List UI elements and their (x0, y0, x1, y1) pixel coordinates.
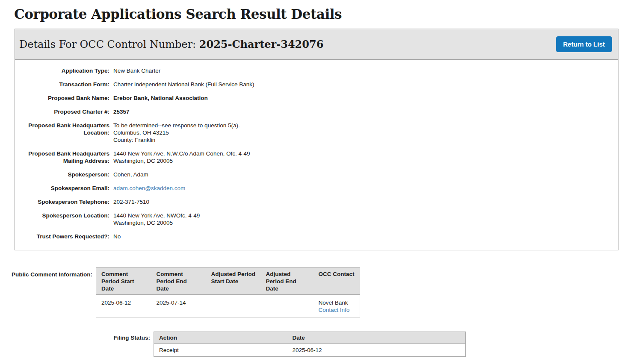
column-header: Comment Period Start Date (96, 268, 151, 295)
occ-contact-cell: Novel Bank Contact Info (314, 295, 360, 317)
filing-status-table: Action Date Receipt 2025-06-12 (154, 332, 466, 357)
return-to-list-button[interactable]: Return to List (556, 36, 612, 52)
table-header-row: Action Date (154, 332, 466, 344)
field-value: Cohen, Adam (113, 171, 148, 178)
field-value-line: Washington, DC 20005 (113, 219, 200, 226)
field-spokesperson-email: Spokesperson Email: adam.cohen@skadden.c… (15, 185, 618, 192)
field-value: No (113, 233, 121, 240)
field-value: 25357 (113, 108, 130, 115)
details-panel-body: Application Type: New Bank Charter Trans… (15, 60, 618, 250)
field-application-type: Application Type: New Bank Charter (15, 67, 618, 74)
filing-status-section: Filing Status: Action Date Receipt 2025-… (0, 332, 633, 357)
field-spokesperson-telephone: Spokesperson Telephone: 202-371-7510 (15, 198, 618, 205)
field-label: Proposed Charter #: (15, 108, 109, 115)
public-comment-label: Public Comment Information: (0, 267, 96, 317)
column-header: Action (154, 332, 287, 344)
occ-contact-name: Novel Bank (319, 299, 355, 306)
spokesperson-email-link[interactable]: adam.cohen@skadden.com (113, 185, 185, 191)
field-value: Charter Independent National Bank (Full … (113, 81, 254, 88)
panel-header-title: Details For OCC Control Number: 2025-Cha… (19, 38, 323, 50)
adjusted-period-end-cell (261, 295, 314, 317)
column-header: Adjusted Period End Date (261, 268, 314, 295)
column-header: Comment Period End Date (151, 268, 206, 295)
field-value-line: Washington, DC 20005 (113, 157, 250, 164)
field-label: Proposed Bank Headquarters Mailing Addre… (15, 150, 109, 164)
field-label: Spokesperson Email: (15, 185, 109, 192)
table-row: 2025-06-12 2025-07-14 Novel Bank Contact… (96, 295, 360, 317)
public-comment-section: Public Comment Information: Comment Peri… (0, 267, 633, 317)
field-hq-mailing-address: Proposed Bank Headquarters Mailing Addre… (15, 150, 618, 164)
field-value: 202-371-7510 (113, 198, 149, 205)
field-label: Trust Powers Requested?: (15, 233, 109, 240)
field-label: Proposed Bank Name: (15, 94, 109, 102)
field-value: New Bank Charter (113, 67, 160, 74)
field-label: Spokesperson Telephone: (15, 198, 109, 205)
field-proposed-charter-number: Proposed Charter #: 25357 (15, 108, 618, 115)
public-comment-table: Comment Period Start Date Comment Period… (96, 267, 360, 317)
field-label: Spokesperson Location: (15, 212, 109, 226)
field-value: To be determined--see response to questi… (113, 122, 240, 144)
field-value-line: 1440 New York Ave. NWOfc. 4-49 (113, 212, 200, 219)
field-spokesperson: Spokesperson: Cohen, Adam (15, 171, 618, 178)
adjusted-period-start-cell (206, 295, 261, 317)
field-value-line: 1440 New York Ave. N.W.C/o Adam Cohen, O… (113, 150, 250, 157)
details-panel-header: Details For OCC Control Number: 2025-Cha… (15, 29, 618, 60)
field-label: Spokesperson: (15, 171, 109, 178)
comment-period-start-cell: 2025-06-12 (96, 295, 151, 317)
date-cell: 2025-06-12 (287, 344, 466, 357)
field-spokesperson-location: Spokesperson Location: 1440 New York Ave… (15, 212, 618, 226)
column-header: Date (287, 332, 466, 344)
details-panel: Details For OCC Control Number: 2025-Cha… (15, 29, 618, 250)
field-proposed-bank-name: Proposed Bank Name: Erebor Bank, Nationa… (15, 94, 618, 102)
field-value-line: County: Franklin (113, 136, 240, 144)
contact-info-link[interactable]: Contact Info (319, 307, 350, 313)
page-title: Corporate Applications Search Result Det… (14, 5, 633, 23)
field-label: Transaction Form: (15, 81, 109, 88)
control-number-value: 2025-Charter-342076 (199, 38, 324, 50)
field-value: 1440 New York Ave. N.W.C/o Adam Cohen, O… (113, 150, 250, 164)
field-value: Erebor Bank, National Association (113, 94, 208, 102)
field-transaction-form: Transaction Form: Charter Independent Na… (15, 81, 618, 88)
column-header: Adjusted Period Start Date (206, 268, 261, 295)
column-header: OCC Contact (314, 268, 360, 295)
table-row: Receipt 2025-06-12 (154, 344, 466, 357)
filing-status-label: Filing Status: (0, 332, 154, 357)
field-value-line: To be determined--see response to questi… (113, 122, 240, 129)
control-number-label: Details For OCC Control Number: (19, 38, 199, 50)
action-cell: Receipt (154, 344, 287, 357)
field-value: 1440 New York Ave. NWOfc. 4-49 Washingto… (113, 212, 200, 226)
field-label: Application Type: (15, 67, 109, 74)
comment-period-end-cell: 2025-07-14 (151, 295, 206, 317)
field-value-line: Columbus, OH 43215 (113, 129, 240, 136)
table-header-row: Comment Period Start Date Comment Period… (96, 268, 360, 295)
field-trust-powers-requested: Trust Powers Requested?: No (15, 233, 618, 240)
field-label: Proposed Bank Headquarters Location: (15, 122, 109, 144)
field-hq-location: Proposed Bank Headquarters Location: To … (15, 122, 618, 144)
